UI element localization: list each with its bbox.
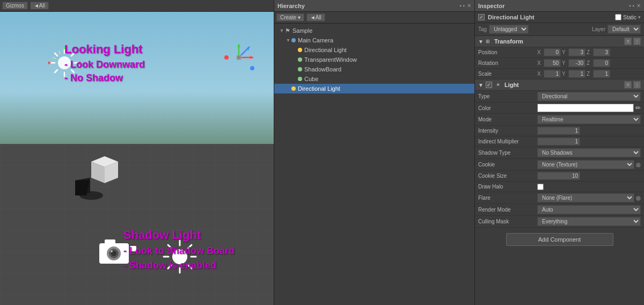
scale-y-field: Y <box>562 70 586 78</box>
inspector-title: Inspector <box>478 3 505 9</box>
hierarchy-item-dir-light-1[interactable]: Directional Light <box>274 45 474 55</box>
transform-section-title: Transform <box>494 38 622 45</box>
culling-mask-dropdown[interactable]: Everything <box>537 217 641 226</box>
scene-floor <box>0 144 274 305</box>
layer-label: Layer <box>592 26 605 32</box>
hierarchy-all-button[interactable]: ◄All <box>306 13 325 21</box>
tag-label: Tag <box>478 26 487 32</box>
position-label: Position <box>478 49 537 55</box>
light-enable-checkbox[interactable] <box>486 82 492 88</box>
hierarchy-item-main-camera[interactable]: ▼ Main Camera <box>274 35 474 45</box>
svg-line-4 <box>55 53 57 56</box>
add-component-button[interactable]: Add Component <box>506 233 613 246</box>
inspector-content: Directional Light Static ▾ Tag Untagged … <box>475 12 644 305</box>
inspector-header: Inspector ▪ ▪ ✕ <box>475 0 644 12</box>
svg-line-7 <box>55 70 57 72</box>
gizmos-button[interactable]: Gizmos <box>2 2 28 10</box>
rotation-y-input[interactable] <box>568 59 586 67</box>
scale-x-input[interactable] <box>544 70 561 78</box>
rotation-z-field: Z <box>587 59 610 67</box>
light-section-icons: ? ⋮ <box>624 81 641 89</box>
light-mode-dropdown[interactable]: Realtime <box>537 115 641 124</box>
rotation-y-field: Y <box>562 59 586 67</box>
svg-line-9 <box>59 51 60 54</box>
indirect-multiplier-input[interactable] <box>537 137 580 146</box>
light-type-dropdown[interactable]: Directional <box>537 92 641 101</box>
light-type-label: Type <box>478 93 537 99</box>
component-enable-checkbox[interactable] <box>478 14 485 20</box>
render-mode-label: Render Mode <box>478 207 537 213</box>
scale-z-input[interactable] <box>593 70 610 78</box>
svg-line-10 <box>53 57 56 59</box>
hierarchy-scene-root[interactable]: ▼ ⚑ Sample <box>274 26 474 35</box>
light-menu-icon[interactable]: ⋮ <box>633 81 641 89</box>
render-mode-dropdown[interactable]: Auto <box>537 205 641 214</box>
scale-x-field: X <box>537 70 561 78</box>
scene-content: Looking Light - Look Downward - No Shado… <box>0 12 274 305</box>
scale-y-input[interactable] <box>568 70 586 78</box>
hierarchy-panel-icons: ▪ ▪ ✕ <box>459 3 471 9</box>
hierarchy-toolbar: Create ▾ ◄All <box>274 12 474 24</box>
cookie-label: Cookie <box>478 162 537 168</box>
static-checkbox[interactable] <box>615 14 621 20</box>
hierarchy-item-cube[interactable]: Cube <box>274 74 474 84</box>
light-color-label: Color <box>478 105 537 111</box>
flare-picker-icon[interactable]: ◎ <box>636 195 641 201</box>
hierarchy-item-dir-light-2[interactable]: Directional Light <box>274 84 474 93</box>
component-name: Directional Light <box>488 14 612 20</box>
indirect-multiplier-label: Indirect Multiplier <box>478 139 537 144</box>
draw-halo-checkbox[interactable] <box>537 184 544 190</box>
cookie-row: Cookie None (Texture) ◎ <box>475 159 644 171</box>
position-x-input[interactable] <box>544 48 561 56</box>
culling-mask-label: Culling Mask <box>478 219 537 224</box>
draw-halo-row: Draw Halo <box>475 181 644 192</box>
layer-dropdown[interactable]: Default <box>608 25 641 34</box>
indirect-multiplier-row: Indirect Multiplier <box>475 136 644 147</box>
looking-light-label: Looking Light - Look Downward - No Shado… <box>64 41 145 85</box>
rotation-row: Rotation X Y Z <box>475 58 644 69</box>
light-info-icon[interactable]: ? <box>624 81 632 89</box>
flare-row: Flare None (Flare) ◎ <box>475 192 644 204</box>
shadow-type-dropdown[interactable]: No Shadows <box>537 148 641 157</box>
color-picker-icon[interactable]: ✏ <box>635 104 641 112</box>
svg-marker-11 <box>48 61 51 64</box>
rotation-z-input[interactable] <box>593 59 610 67</box>
position-y-field: Y <box>562 48 586 56</box>
cookie-size-input[interactable] <box>537 172 580 180</box>
cookie-picker-icon[interactable]: ◎ <box>636 162 641 168</box>
svg-point-35 <box>111 250 113 252</box>
hierarchy-item-transparent-window[interactable]: TransparentWindow <box>274 55 474 64</box>
shadow-type-label: Shadow Type <box>478 150 537 156</box>
scene-toolbar: Gizmos ◄All <box>0 0 274 12</box>
shadow-light-label: Shadow Light - Look to Shadow Board - Sh… <box>123 226 274 273</box>
position-z-input[interactable] <box>593 48 610 56</box>
component-name-bar: Directional Light Static ▾ <box>475 12 644 23</box>
rotation-x-input[interactable] <box>544 59 561 67</box>
svg-rect-33 <box>105 239 115 245</box>
light-section-header[interactable]: ▼ ☀ Light ? ⋮ <box>475 79 644 91</box>
flare-dropdown[interactable]: None (Flare) <box>537 193 634 202</box>
tag-layer-row: Tag Untagged Layer Default <box>475 23 644 36</box>
tag-dropdown[interactable]: Untagged <box>489 25 529 34</box>
inspector-panel: Inspector ▪ ▪ ✕ Directional Light Static… <box>475 0 644 305</box>
rotation-inputs: X Y Z <box>537 59 641 67</box>
create-button[interactable]: Create ▾ <box>276 13 304 21</box>
light-intensity-row: Intensity <box>475 126 644 136</box>
transform-section-header[interactable]: ▼ ⊞ Transform ? ⋮ <box>475 36 644 47</box>
scale-inputs: X Y Z <box>537 70 641 78</box>
position-x-field: X <box>537 48 561 56</box>
light-intensity-input[interactable] <box>537 127 580 135</box>
hierarchy-header: Hierarchy ▪ ▪ ✕ <box>274 0 474 12</box>
light-section-title: Light <box>504 82 622 88</box>
light-mode-row: Mode Realtime <box>475 114 644 126</box>
transform-menu-icon[interactable]: ⋮ <box>633 38 641 45</box>
hierarchy-content: ▼ ⚑ Sample ▼ Main Camera Directional Lig… <box>274 24 474 305</box>
light-color-swatch[interactable] <box>537 104 634 112</box>
hierarchy-item-shadow-board[interactable]: ShadowBoard <box>274 64 474 74</box>
transform-info-icon[interactable]: ? <box>624 38 632 45</box>
svg-point-22 <box>250 66 254 70</box>
svg-point-21 <box>224 55 229 60</box>
position-y-input[interactable] <box>568 48 586 56</box>
all-button[interactable]: ◄All <box>30 2 49 10</box>
cookie-dropdown[interactable]: None (Texture) <box>537 160 634 169</box>
